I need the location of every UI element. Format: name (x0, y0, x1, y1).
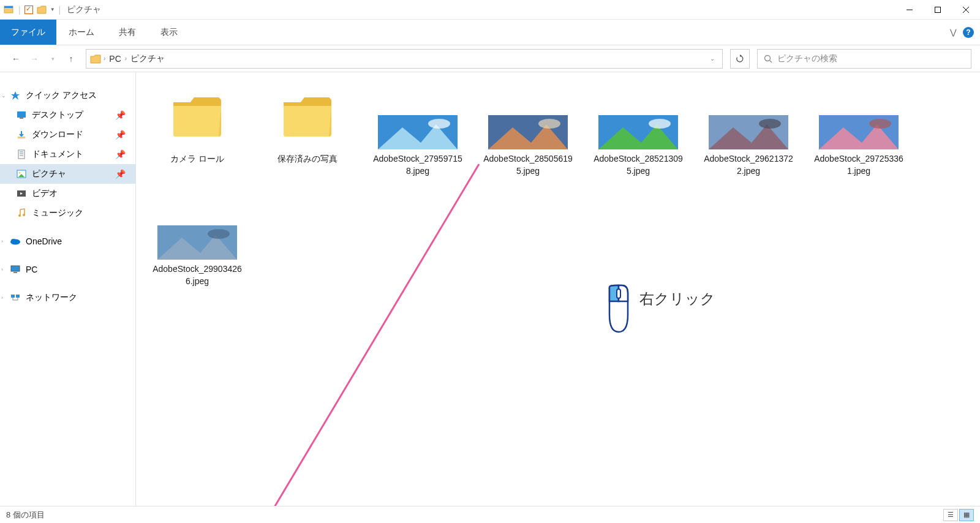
svg-line-7 (770, 60, 772, 62)
expand-icon[interactable]: › (1, 266, 3, 273)
image-thumbnail (378, 82, 458, 149)
location-folder-icon (90, 54, 101, 64)
image-item[interactable]: AdobeStock_297253361.jpeg (810, 82, 908, 192)
minimize-button[interactable] (895, 0, 924, 20)
svg-point-42 (649, 119, 671, 129)
svg-point-17 (19, 172, 21, 174)
item-label: AdobeStock_285213095.jpeg (592, 153, 684, 177)
history-dropdown[interactable]: ▾ (45, 51, 60, 66)
ribbon: ファイル ホーム 共有 表示 ⋁ ? (0, 20, 980, 45)
refresh-button[interactable] (730, 49, 750, 69)
maximize-button[interactable] (924, 0, 952, 20)
qat-dropdown-icon[interactable]: ▼ (50, 7, 55, 12)
annotation-mouse-icon (600, 284, 637, 334)
svg-point-36 (428, 119, 450, 129)
pictures-icon (16, 169, 27, 179)
image-thumbnail (598, 82, 678, 149)
nav-label: ダウンロード (32, 129, 83, 140)
svg-rect-27 (11, 295, 15, 298)
nav-label: ビデオ (32, 188, 58, 199)
forward-button[interactable]: → (27, 51, 42, 66)
nav-network[interactable]: › ネットワーク (0, 288, 135, 307)
svg-point-48 (869, 119, 891, 129)
expand-icon[interactable]: › (1, 295, 3, 301)
title-bar: | ▼ | ピクチャ (0, 0, 980, 20)
nav-music[interactable]: ミュージック (0, 203, 135, 223)
videos-icon (16, 189, 27, 198)
pin-icon: 📌 (115, 110, 126, 120)
nav-downloads[interactable]: ダウンロード 📌 (0, 125, 135, 145)
svg-rect-3 (935, 7, 941, 12)
desktop-icon (16, 110, 27, 120)
search-box[interactable]: ピクチャの検索 (757, 49, 971, 69)
view-large-icons-button[interactable]: ▦ (959, 509, 974, 521)
quick-access-section[interactable]: ⌄ クイック アクセス (0, 86, 135, 105)
quick-access-icon (10, 91, 21, 100)
up-button[interactable]: ↑ (64, 51, 78, 66)
tab-view[interactable]: 表示 (148, 20, 190, 45)
separator: | (59, 5, 61, 15)
svg-point-51 (208, 229, 230, 239)
navigation-bar: ← → ▾ ↑ › PC › ピクチャ ⌄ ピクチャの検索 (0, 45, 980, 72)
svg-point-21 (18, 214, 21, 217)
qat-folder-icon[interactable] (37, 6, 47, 14)
search-placeholder: ピクチャの検索 (777, 53, 837, 64)
expand-icon[interactable]: ⌄ (1, 92, 6, 99)
folder-item[interactable]: 保存済みの写真 (258, 82, 356, 192)
item-label: AdobeStock_285056195.jpeg (482, 153, 574, 177)
network-icon (10, 293, 21, 303)
svg-rect-25 (11, 266, 20, 271)
nav-desktop[interactable]: デスクトップ 📌 (0, 105, 135, 125)
tab-share[interactable]: 共有 (107, 20, 148, 45)
view-details-button[interactable]: ☰ (943, 509, 958, 521)
back-button[interactable]: ← (9, 51, 23, 66)
svg-line-32 (271, 164, 479, 506)
file-tab[interactable]: ファイル (0, 20, 56, 45)
svg-rect-28 (16, 295, 20, 298)
nav-documents[interactable]: ドキュメント 📌 (0, 145, 135, 164)
image-item[interactable]: AdobeStock_279597158.jpeg (369, 82, 467, 192)
qat-checkbox-icon[interactable] (24, 6, 33, 14)
documents-icon (16, 149, 27, 159)
music-icon (16, 208, 27, 218)
svg-point-6 (765, 55, 771, 61)
breadcrumb-pc[interactable]: PC (105, 54, 124, 64)
nav-videos[interactable]: ビデオ (0, 184, 135, 203)
tab-home[interactable]: ホーム (56, 20, 107, 45)
nav-onedrive[interactable]: › OneDrive (0, 231, 135, 251)
svg-rect-10 (20, 118, 23, 119)
status-bar: 8 個の項目 ☰ ▦ (0, 506, 980, 523)
help-icon[interactable]: ? (963, 27, 974, 38)
nav-label: ドキュメント (32, 149, 83, 160)
svg-rect-9 (17, 111, 26, 118)
svg-point-24 (11, 239, 16, 243)
image-item[interactable]: AdobeStock_299034266.jpeg (148, 192, 246, 303)
breadcrumb-pictures[interactable]: ピクチャ (127, 53, 168, 64)
pin-icon: 📌 (115, 130, 126, 140)
content-area[interactable]: 右クリック カメラ ロール保存済みの写真AdobeStock_279597158… (136, 72, 980, 506)
item-label: 保存済みの写真 (277, 153, 337, 165)
separator: | (18, 5, 21, 15)
annotation-text: 右クリック (639, 289, 715, 309)
address-bar[interactable]: › PC › ピクチャ ⌄ (86, 49, 723, 69)
pin-icon: 📌 (115, 149, 126, 159)
image-item[interactable]: AdobeStock_296213722.jpeg (699, 82, 797, 192)
image-item[interactable]: AdobeStock_285056195.jpeg (479, 82, 577, 192)
downloads-icon (16, 130, 27, 140)
ribbon-expand-icon[interactable]: ⋁ (950, 28, 957, 37)
nav-label: OneDrive (26, 236, 62, 246)
expand-icon[interactable]: › (1, 238, 3, 244)
svg-point-22 (23, 214, 25, 216)
folder-item[interactable]: カメラ ロール (148, 82, 246, 192)
nav-pc[interactable]: › PC (0, 260, 135, 279)
nav-label: ピクチャ (32, 168, 66, 179)
image-thumbnail (709, 82, 788, 149)
nav-pictures[interactable]: ピクチャ 📌 (0, 164, 135, 184)
pc-icon (10, 265, 21, 274)
address-dropdown-icon[interactable]: ⌄ (706, 55, 718, 62)
pin-icon: 📌 (115, 169, 126, 179)
close-button[interactable] (952, 0, 980, 20)
svg-rect-26 (13, 272, 17, 273)
image-item[interactable]: AdobeStock_285213095.jpeg (589, 82, 687, 192)
svg-rect-11 (18, 137, 25, 138)
